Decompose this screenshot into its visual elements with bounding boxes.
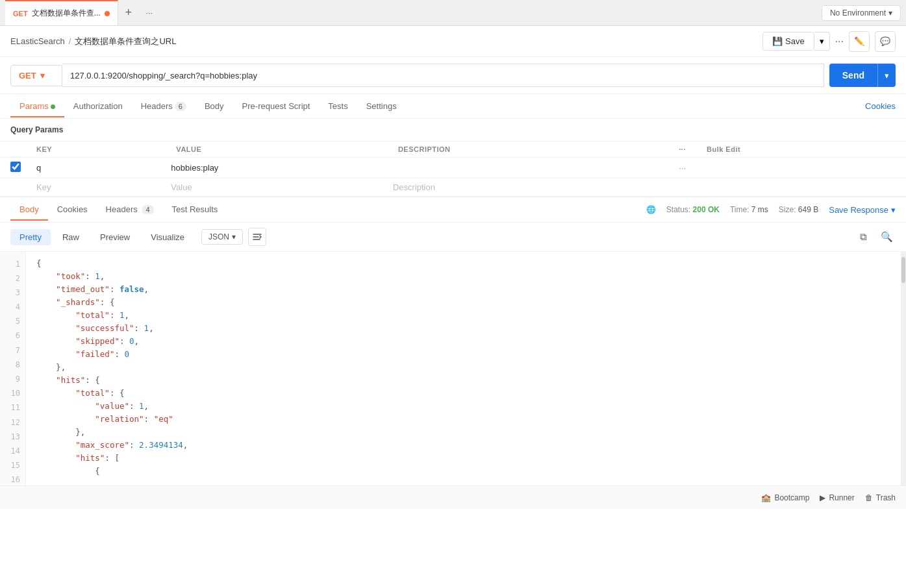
param-checkbox[interactable] xyxy=(10,162,21,172)
format-selector[interactable]: JSON ▾ xyxy=(201,229,243,245)
tab-authorization[interactable]: Authorization xyxy=(64,96,132,117)
request-tabs: Params Authorization Headers6 Body Pre-r… xyxy=(0,94,906,119)
method-select[interactable]: GET ▾ xyxy=(10,65,62,86)
header-actions: 💾 Save ▾ ··· ✏️ 💬 xyxy=(762,31,896,52)
save-response-chevron: ▾ xyxy=(891,205,896,215)
param-description[interactable] xyxy=(388,158,668,178)
add-tab-button[interactable]: + xyxy=(118,0,139,25)
code-line-13: "relation": "eq" xyxy=(36,413,896,426)
runner-link[interactable]: ▶ Runner xyxy=(820,493,854,502)
bootcamp-icon: 🏫 xyxy=(761,493,771,502)
body-tab-preview-label: Preview xyxy=(100,232,130,242)
code-line-16: "hits": [ xyxy=(36,452,896,465)
placeholder-description[interactable]: Description xyxy=(388,178,668,197)
edit-button[interactable]: ✏️ xyxy=(849,31,870,52)
placeholder-extra xyxy=(696,178,906,197)
cookies-link[interactable]: Cookies xyxy=(865,101,896,111)
breadcrumb-current: 文档数据单条件查询之URL xyxy=(75,36,176,47)
tab-tests[interactable]: Tests xyxy=(319,96,357,117)
tab-params-label: Params xyxy=(19,101,49,111)
chevron-down-icon: ▾ xyxy=(888,8,892,18)
vertical-scrollbar[interactable] xyxy=(901,252,906,485)
resp-tab-cookies-label: Cookies xyxy=(57,204,88,214)
save-response-label: Save Response xyxy=(829,205,888,215)
body-tab-pretty[interactable]: Pretty xyxy=(10,229,51,245)
bulk-edit-button[interactable]: Bulk Edit xyxy=(696,141,906,158)
param-row-more[interactable]: ··· xyxy=(668,158,696,178)
tab-body[interactable]: Body xyxy=(195,96,233,117)
trash-link[interactable]: 🗑 Trash xyxy=(865,493,896,502)
param-row-extra xyxy=(696,158,906,178)
tab-headers[interactable]: Headers6 xyxy=(132,96,195,117)
format-label: JSON xyxy=(208,232,229,241)
tab-params[interactable]: Params xyxy=(10,96,64,117)
bootcamp-label: Bootcamp xyxy=(774,493,809,502)
breadcrumb: ELasticSearch / 文档数据单条件查询之URL xyxy=(10,36,176,47)
wrap-toggle-button[interactable] xyxy=(248,228,266,246)
response-status: 🌐 Status: 200 OK Time: 7 ms Size: 649 B … xyxy=(646,205,896,215)
tab-prerequest[interactable]: Pre-request Script xyxy=(233,96,320,117)
trash-icon: 🗑 xyxy=(865,493,873,502)
code-line-2: "took": 1, xyxy=(36,270,896,283)
query-params-section: Query Params KEY VALUE DESCRIPTION ··· B… xyxy=(0,119,906,197)
body-tab-raw[interactable]: Raw xyxy=(53,229,88,245)
scrollbar-thumb xyxy=(901,257,905,283)
request-tab[interactable]: GET 文档数据单条件查... xyxy=(5,0,118,25)
method-label: GET xyxy=(19,71,36,80)
param-checkbox-cell[interactable] xyxy=(0,158,26,178)
code-line-17: { xyxy=(36,465,896,478)
header-more-button[interactable]: ··· xyxy=(835,36,844,47)
resp-tab-headers[interactable]: Headers 4 xyxy=(97,199,163,221)
code-content: { "took": 1, "timed_out": false, "_shard… xyxy=(26,252,906,485)
tab-headers-label: Headers xyxy=(141,101,173,111)
runner-icon: ▶ xyxy=(820,493,825,502)
save-label: Save xyxy=(785,36,805,46)
resp-tab-test-results[interactable]: Test Results xyxy=(163,199,227,221)
send-button-group: Send ▾ xyxy=(829,64,896,87)
save-button-group: 💾 Save ▾ xyxy=(762,32,830,51)
bootcamp-link[interactable]: 🏫 Bootcamp xyxy=(761,493,809,502)
save-button[interactable]: 💾 Save xyxy=(762,32,814,51)
param-value[interactable]: hobbies:play xyxy=(166,158,388,178)
environment-selector[interactable]: No Environment ▾ xyxy=(822,5,901,21)
status-label: Status: 200 OK xyxy=(666,205,720,214)
url-input[interactable] xyxy=(62,64,824,87)
param-placeholder-row: Key Value Description xyxy=(0,178,906,197)
copy-button[interactable]: ⧉ xyxy=(854,228,872,246)
resp-tab-cookies[interactable]: Cookies xyxy=(48,199,97,221)
params-dot xyxy=(51,104,55,109)
send-button[interactable]: Send xyxy=(829,64,877,87)
col-check xyxy=(0,141,26,158)
body-tab-preview[interactable]: Preview xyxy=(91,229,139,245)
request-header: ELasticSearch / 文档数据单条件查询之URL 💾 Save ▾ ·… xyxy=(0,26,906,57)
tab-prerequest-label: Pre-request Script xyxy=(242,101,310,111)
line-numbers: 1 2 3 4 5 6 7 8 9 10 11 12 13 14 15 16 1… xyxy=(0,252,26,485)
response-tabs: Body Cookies Headers 4 Test Results 🌐 St… xyxy=(0,197,906,223)
resp-tab-test-results-label: Test Results xyxy=(172,204,218,214)
breadcrumb-parent[interactable]: ELasticSearch xyxy=(10,36,65,46)
save-dropdown-button[interactable]: ▾ xyxy=(814,32,830,51)
comment-button[interactable]: 💬 xyxy=(875,31,896,52)
code-line-3: "timed_out": false, xyxy=(36,283,896,296)
tab-settings[interactable]: Settings xyxy=(357,96,406,117)
code-area: 1 2 3 4 5 6 7 8 9 10 11 12 13 14 15 16 1… xyxy=(0,252,906,485)
body-view-tabs: Pretty Raw Preview Visualize JSON ▾ ⧉ 🔍 xyxy=(0,223,906,252)
search-button[interactable]: 🔍 xyxy=(877,228,896,246)
tab-name: 文档数据单条件查... xyxy=(32,8,101,19)
resp-tab-body[interactable]: Body xyxy=(10,199,48,221)
col-value: VALUE xyxy=(166,141,388,158)
save-response-button[interactable]: Save Response ▾ xyxy=(829,205,896,215)
send-dropdown-button[interactable]: ▾ xyxy=(877,64,896,87)
resp-tab-body-label: Body xyxy=(19,204,39,214)
param-key[interactable]: q xyxy=(26,158,166,178)
params-table: KEY VALUE DESCRIPTION ··· Bulk Edit q ho… xyxy=(0,141,906,197)
body-tab-visualize[interactable]: Visualize xyxy=(142,229,194,245)
code-line-7: "skipped": 0, xyxy=(36,335,896,348)
code-line-15: "max_score": 2.3494134, xyxy=(36,439,896,452)
placeholder-key[interactable]: Key xyxy=(26,178,166,197)
more-tabs-button[interactable]: ··· xyxy=(139,0,160,25)
tab-bar: GET 文档数据单条件查... + ··· No Environment ▾ xyxy=(0,0,906,26)
headers-badge: 6 xyxy=(175,102,186,111)
placeholder-value[interactable]: Value xyxy=(166,178,388,197)
body-tab-visualize-label: Visualize xyxy=(151,232,184,242)
